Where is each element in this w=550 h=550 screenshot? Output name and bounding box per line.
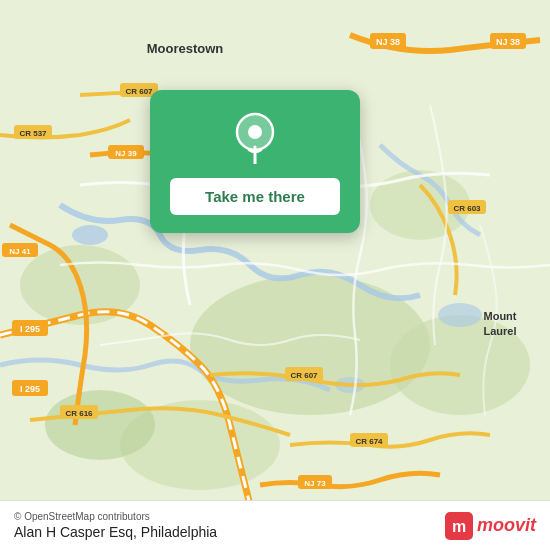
svg-point-6	[45, 390, 155, 460]
svg-text:NJ 38: NJ 38	[496, 37, 520, 47]
moovit-brand-icon: m	[445, 512, 473, 540]
svg-text:I 295: I 295	[20, 324, 40, 334]
svg-text:CR 603: CR 603	[453, 204, 481, 213]
svg-text:Mount: Mount	[484, 310, 517, 322]
svg-text:m: m	[452, 518, 466, 535]
svg-text:CR 607: CR 607	[125, 87, 153, 96]
svg-text:NJ 41: NJ 41	[9, 247, 31, 256]
svg-text:NJ 38: NJ 38	[376, 37, 400, 47]
svg-point-40	[248, 125, 262, 139]
popup-card: Take me there	[150, 90, 360, 233]
svg-text:CR 674: CR 674	[355, 437, 383, 446]
map-container: I 295 I 295 NJ 38 NJ 38 CR 607 NJ 39 NJ …	[0, 0, 550, 550]
svg-text:Laurel: Laurel	[483, 325, 516, 337]
bottom-left: © OpenStreetMap contributors Alan H Casp…	[14, 511, 217, 540]
location-label: Alan H Casper Esq, Philadelphia	[14, 524, 217, 540]
svg-text:CR 607: CR 607	[290, 371, 318, 380]
map-background: I 295 I 295 NJ 38 NJ 38 CR 607 NJ 39 NJ …	[0, 0, 550, 550]
svg-text:NJ 73: NJ 73	[304, 479, 326, 488]
svg-text:I 295: I 295	[20, 384, 40, 394]
svg-text:CR 616: CR 616	[65, 409, 93, 418]
osm-credit: © OpenStreetMap contributors	[14, 511, 217, 522]
svg-text:Moorestown: Moorestown	[147, 41, 224, 56]
svg-point-8	[438, 303, 482, 327]
moovit-brand-text: moovit	[477, 515, 536, 536]
svg-text:NJ 39: NJ 39	[115, 149, 137, 158]
take-me-there-button[interactable]: Take me there	[170, 178, 340, 215]
bottom-bar: © OpenStreetMap contributors Alan H Casp…	[0, 500, 550, 550]
moovit-logo: m moovit	[445, 512, 536, 540]
svg-text:CR 537: CR 537	[19, 129, 47, 138]
location-pin-icon	[229, 112, 281, 164]
svg-point-7	[72, 225, 108, 245]
